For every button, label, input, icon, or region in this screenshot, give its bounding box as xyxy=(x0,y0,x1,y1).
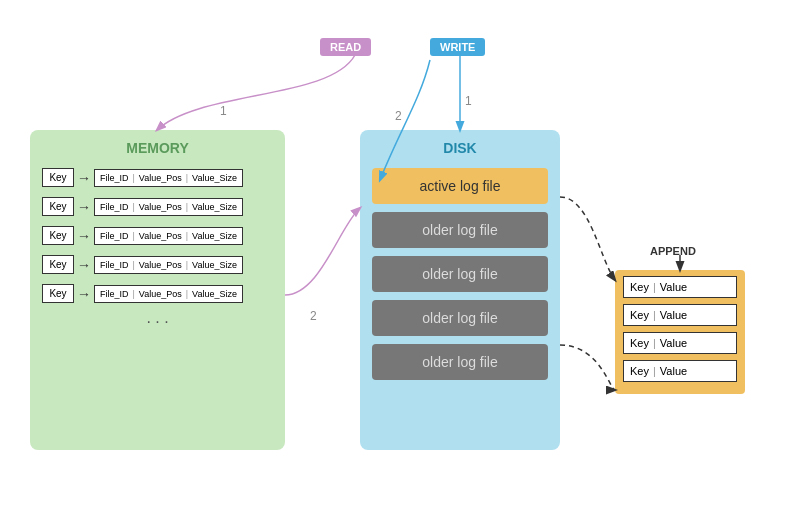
append-label: APPEND xyxy=(650,245,696,257)
mem-to-disk-label: 2 xyxy=(310,309,317,323)
mem-row-3: Key → File_ID|Value_Pos|Value_Size xyxy=(42,226,273,245)
disk-older-file-4: older log file xyxy=(372,344,548,380)
detail-value: Value xyxy=(660,309,687,321)
mem-row-5: Key → File_ID|Value_Pos|Value_Size xyxy=(42,284,273,303)
write-badge: WRITE xyxy=(430,38,485,56)
disk-title: DISK xyxy=(372,140,548,156)
detail-row-3: Key | Value xyxy=(623,332,737,354)
mem-key: Key xyxy=(42,255,74,274)
active-log-detail: Key | Value Key | Value Key | Value Key … xyxy=(615,270,745,394)
mem-fields: File_ID|Value_Pos|Value_Size xyxy=(94,198,243,216)
detail-value: Value xyxy=(660,337,687,349)
active-to-detail-arrow xyxy=(560,197,615,280)
mem-arrow-icon: → xyxy=(77,170,91,186)
detail-row-1: Key | Value xyxy=(623,276,737,298)
mem-fields: File_ID|Value_Pos|Value_Size xyxy=(94,169,243,187)
detail-sep-icon: | xyxy=(653,309,656,321)
disk-older-file-2: older log file xyxy=(372,256,548,292)
mem-fields: File_ID|Value_Pos|Value_Size xyxy=(94,227,243,245)
diagram: READ WRITE MEMORY Key → File_ID|Value_Po… xyxy=(0,0,800,531)
disk-active-file: active log file xyxy=(372,168,548,204)
mem-key: Key xyxy=(42,226,74,245)
disk-panel: DISK active log file older log file olde… xyxy=(360,130,560,450)
detail-key: Key xyxy=(630,281,649,293)
detail-row-4: Key | Value xyxy=(623,360,737,382)
read-arrow-label: 1 xyxy=(220,104,227,118)
mem-arrow-icon: → xyxy=(77,228,91,244)
read-arrow xyxy=(157,55,355,130)
mem-arrow-icon: → xyxy=(77,286,91,302)
mem-arrow-icon: → xyxy=(77,257,91,273)
mem-row-2: Key → File_ID|Value_Pos|Value_Size xyxy=(42,197,273,216)
mem-key: Key xyxy=(42,284,74,303)
detail-key: Key xyxy=(630,365,649,377)
older-to-detail-arrow xyxy=(560,345,615,390)
disk-older-file-1: older log file xyxy=(372,212,548,248)
mem-to-disk-arrow xyxy=(285,208,360,295)
write-arrow-1-label: 1 xyxy=(465,94,472,108)
mem-row-4: Key → File_ID|Value_Pos|Value_Size xyxy=(42,255,273,274)
write-arrow-2-label: 2 xyxy=(395,109,402,123)
read-badge: READ xyxy=(320,38,371,56)
mem-dots: · · · xyxy=(42,313,273,331)
detail-sep-icon: | xyxy=(653,281,656,293)
detail-value: Value xyxy=(660,365,687,377)
detail-sep-icon: | xyxy=(653,337,656,349)
detail-sep-icon: | xyxy=(653,365,656,377)
mem-row-1: Key → File_ID|Value_Pos|Value_Size xyxy=(42,168,273,187)
mem-arrow-icon: → xyxy=(77,199,91,215)
mem-key: Key xyxy=(42,197,74,216)
mem-fields: File_ID|Value_Pos|Value_Size xyxy=(94,285,243,303)
disk-older-file-3: older log file xyxy=(372,300,548,336)
detail-key: Key xyxy=(630,309,649,321)
detail-value: Value xyxy=(660,281,687,293)
detail-key: Key xyxy=(630,337,649,349)
memory-panel: MEMORY Key → File_ID|Value_Pos|Value_Siz… xyxy=(30,130,285,450)
memory-title: MEMORY xyxy=(42,140,273,156)
mem-key: Key xyxy=(42,168,74,187)
detail-row-2: Key | Value xyxy=(623,304,737,326)
mem-fields: File_ID|Value_Pos|Value_Size xyxy=(94,256,243,274)
